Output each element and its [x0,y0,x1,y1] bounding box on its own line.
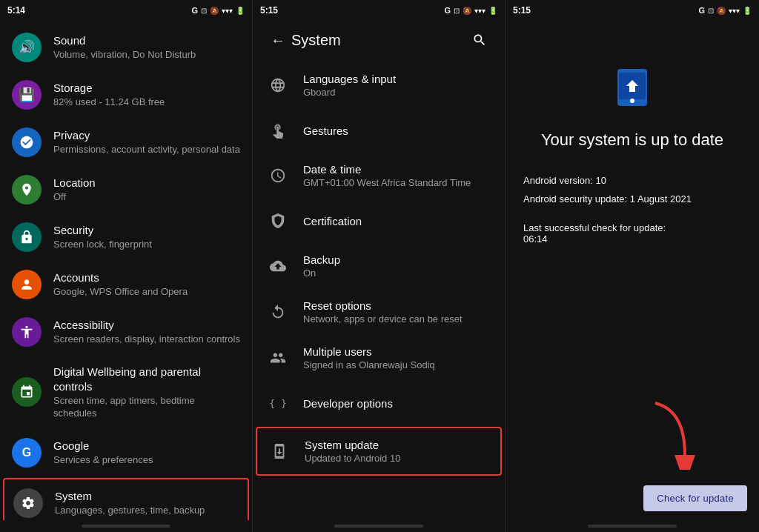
settings-item-storage[interactable]: 💾 Storage 82% used - 11.24 GB free [0,71,252,119]
security-icon [12,222,42,252]
sound-icon: 🔊 [12,33,42,62]
date-time-title: Date & time [303,163,493,176]
silent-icon-mid: 🔕 [463,7,471,15]
google-settings-icon: G [12,438,42,468]
digital-wellbeing-subtitle: Screen time, app timers, bedtime schedul… [53,395,240,420]
bottom-nav-indicator-mid [334,525,423,528]
settings-item-accounts[interactable]: Accounts Google, WPS Office and Opera [0,261,252,308]
android-version-row: Android version: 10 [523,173,741,189]
security-title: Security [53,223,240,238]
privacy-subtitle: Permissions, account activity, personal … [53,144,240,156]
settings-item-google[interactable]: G Google Services & preferences [0,429,252,476]
developer-icon: { } [265,398,291,409]
system-item-backup[interactable]: Backup On [253,243,505,289]
search-icon [472,33,487,47]
phone-update-icon [610,65,654,110]
system-settings-list: Languages & input Gboard Gestures Date &… [253,59,505,520]
storage-subtitle: 82% used - 11.24 GB free [53,96,240,109]
location-subtitle: Off [53,191,240,204]
system-subtitle: Languages, gestures, time, backup [55,505,239,517]
sound-title: Sound [53,33,240,48]
bottom-nav-indicator-right [588,525,677,528]
time-middle: 5:15 [260,5,278,16]
wifi-icon-mid: ▾▾▾ [474,7,485,15]
time-left: 5:14 [7,5,25,16]
msg-icon-mid: ⊡ [454,7,460,15]
last-check-time: 06:14 [523,233,741,245]
accounts-icon [12,270,42,299]
accounts-title: Accounts [53,270,240,285]
battery-icon-mid: 🔋 [488,7,497,15]
check-for-update-button[interactable]: Check for update [643,485,747,511]
left-panel: 5:14 G ⊡ 🔕 ▾▾▾ 🔋 🔊 Sound Volume, vibrati… [0,0,253,532]
system-item-date-time[interactable]: Date & time GMT+01:00 West Africa Standa… [253,153,505,199]
languages-icon [265,77,291,93]
battery-icon-right: 🔋 [743,7,752,15]
gestures-icon [265,122,291,139]
backup-subtitle: On [303,267,493,279]
svg-point-2 [630,99,634,103]
status-icons-right: G ⊡ 🔕 ▾▾▾ 🔋 [698,6,752,15]
storage-icon: 💾 [12,80,42,110]
wifi-icon-right: ▾▾▾ [729,7,740,15]
certification-icon [265,213,291,229]
system-update-title: System update [305,439,491,451]
backup-icon [265,258,291,274]
languages-title: Languages & input [303,73,493,85]
system-item-certification[interactable]: Certification [253,199,505,243]
back-arrow-icon: ← [271,32,285,49]
system-item-developer[interactable]: { } Developer options [253,381,505,425]
sound-subtitle: Volume, vibration, Do Not Disturb [53,49,240,61]
system-item-update[interactable]: System update Updated to Android 10 [256,427,502,476]
settings-item-privacy[interactable]: Privacy Permissions, account activity, p… [0,119,252,166]
date-time-subtitle: GMT+01:00 West Africa Standard Time [303,177,493,188]
accessibility-icon [12,317,42,347]
digital-wellbeing-icon [12,377,42,407]
status-icons-middle: G ⊡ 🔕 ▾▾▾ 🔋 [444,6,497,15]
battery-icon: 🔋 [236,7,245,15]
google-icon-right: G [698,6,705,15]
info-spacer [523,210,741,222]
search-button[interactable] [466,27,493,53]
arrow-container [640,396,700,473]
reset-title: Reset options [303,299,493,312]
location-title: Location [53,176,240,190]
google-icon-mid: G [444,6,451,15]
reset-icon [265,304,291,320]
silent-icon: 🔕 [210,7,219,15]
digital-wellbeing-title: Digital Wellbeing and parental controls [53,365,240,393]
google-title: Google [53,439,240,453]
settings-item-digital-wellbeing[interactable]: Digital Wellbeing and parental controls … [0,356,252,429]
right-panel: 5:15 G ⊡ 🔕 ▾▾▾ 🔋 Your system is up to da… [506,0,759,532]
settings-item-system[interactable]: System Languages, gestures, time, backup [3,478,249,520]
time-right: 5:15 [513,5,531,16]
system-item-multiple-users[interactable]: Multiple users Signed in as Olanrewaju S… [253,335,505,381]
back-button[interactable]: ← [265,27,291,53]
settings-list: 🔊 Sound Volume, vibration, Do Not Distur… [0,21,252,520]
silent-icon-right: 🔕 [717,7,726,15]
settings-item-security[interactable]: Security Screen lock, fingerprint [0,213,252,261]
multiple-users-subtitle: Signed in as Olanrewaju Sodiq [303,359,493,370]
middle-panel: 5:15 G ⊡ 🔕 ▾▾▾ 🔋 ← System Languages & in… [253,0,506,532]
system-update-subtitle: Updated to Android 10 [305,453,491,464]
system-item-reset[interactable]: Reset options Network, apps or device ca… [253,289,505,335]
security-update-row: Android security update: 1 August 2021 [523,192,741,207]
multiple-users-title: Multiple users [303,345,493,358]
accessibility-title: Accessibility [53,318,240,333]
settings-item-accessibility[interactable]: Accessibility Screen readers, display, i… [0,308,252,356]
last-check-label: Last successful check for update: [523,222,741,233]
system-item-languages[interactable]: Languages & input Gboard [253,62,505,108]
google-icon: G [191,6,198,15]
wifi-icon: ▾▾▾ [222,7,233,15]
reset-subtitle: Network, apps or device can be reset [303,313,493,325]
multiple-users-icon [265,350,291,366]
google-subtitle: Services & preferences [53,454,240,467]
settings-item-location[interactable]: Location Off [0,166,252,213]
languages-subtitle: Gboard [303,87,493,98]
system-update-icon [266,443,293,459]
system-item-gestures[interactable]: Gestures [253,108,505,153]
status-bar-left: 5:14 G ⊡ 🔕 ▾▾▾ 🔋 [0,0,252,21]
settings-item-sound[interactable]: 🔊 Sound Volume, vibration, Do Not Distur… [0,24,252,71]
developer-title: Developer options [303,397,493,410]
red-arrow-icon [640,396,700,470]
